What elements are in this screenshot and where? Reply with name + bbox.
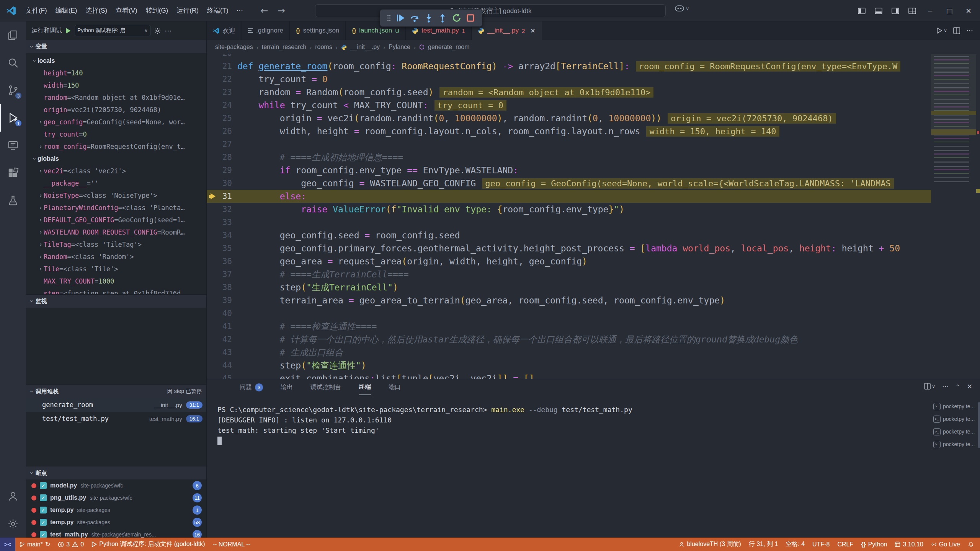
line-number[interactable]: 40 xyxy=(207,309,237,318)
terminal-split-icon[interactable]: ∨ xyxy=(924,383,935,390)
variable-row[interactable]: __package__ = '' xyxy=(26,177,206,189)
close-window-button[interactable]: ✕ xyxy=(960,0,977,21)
line-number[interactable]: 34 xyxy=(207,231,237,240)
breadcrumb-item-generate_room[interactable]: generate_room xyxy=(428,44,470,51)
python-version-item[interactable]: 3.10.10 xyxy=(891,541,927,548)
restart-button[interactable] xyxy=(452,13,461,23)
continue-button[interactable] xyxy=(396,13,405,23)
variable-row[interactable]: origin = vec2i(7205730, 9024468) xyxy=(26,104,206,116)
panel-scrollbar[interactable] xyxy=(978,402,980,448)
panel-maximize-icon[interactable]: ⌃ xyxy=(956,383,960,390)
line-number[interactable]: 21 xyxy=(207,62,237,71)
breadcrumb[interactable]: site-packages›terrain_research›rooms›__i… xyxy=(207,40,980,54)
indentation-item[interactable]: 空格: 4 xyxy=(782,540,808,548)
panel-close-icon[interactable]: ✕ xyxy=(967,383,972,390)
command-center-search[interactable]: [扩展开发宿主] godot-ldtk xyxy=(315,4,666,17)
step-out-button[interactable] xyxy=(438,13,447,23)
line-number[interactable]: 33 xyxy=(207,218,237,227)
variable-row[interactable]: ›geo_config = GeoConfig(seed=None, wor… xyxy=(26,116,206,128)
terminal-output[interactable]: PS C:\computer_science\godot-ldtk\site-p… xyxy=(217,404,903,445)
customize-layout-icon[interactable] xyxy=(905,4,920,17)
breakpoint-row[interactable]: ✓model.pysite-packages\wfc6 xyxy=(26,479,206,492)
start-debug-icon[interactable] xyxy=(65,28,71,34)
tab-.gdignore[interactable]: .gdignore xyxy=(242,21,290,40)
search-icon[interactable] xyxy=(0,49,26,77)
callstack-frame[interactable]: test/test_math.pytest_math.py16:1 xyxy=(26,412,206,425)
notifications-bell-icon[interactable] xyxy=(964,541,980,548)
language-mode-item[interactable]: {} Python xyxy=(857,541,891,548)
code-line-20[interactable]: 20 xyxy=(207,54,931,60)
settings-gear-icon[interactable] xyxy=(0,510,26,538)
code-line-37[interactable]: 37 # ====生成TerrainCell==== xyxy=(207,268,931,281)
callstack-frame[interactable]: generate_room__init__.py31:1 xyxy=(26,398,206,412)
breadcrumb-item-Pylance[interactable]: Pylance xyxy=(389,44,410,51)
toggle-panel-icon[interactable] xyxy=(871,4,886,17)
code-line-33[interactable]: 33 xyxy=(207,216,931,229)
breadcrumb-item-sitepackages[interactable]: site-packages xyxy=(215,44,253,51)
stop-button[interactable] xyxy=(466,13,475,23)
line-number[interactable]: 20 xyxy=(207,54,237,58)
code-line-40[interactable]: 40 xyxy=(207,307,931,320)
cursor-position-item[interactable]: 行 31, 列 1 xyxy=(745,540,782,548)
menu-overflow-button[interactable]: ⋯ xyxy=(233,4,247,17)
terminal-instance-item[interactable]: >_pocketpy te... xyxy=(933,414,978,424)
extensions-icon[interactable] xyxy=(0,159,26,187)
code-line-31[interactable]: 31 else: xyxy=(207,190,931,203)
code-line-45[interactable]: 45 exit_combinations:list[tuple[vec2i, v… xyxy=(207,372,931,379)
panel-tab-调试控制台[interactable]: 调试控制台 xyxy=(310,379,341,395)
breadcrumb-item-rooms[interactable]: rooms xyxy=(315,44,332,51)
code-line-27[interactable]: 27 xyxy=(207,138,931,151)
menu-item-s[interactable]: 选择(S) xyxy=(81,4,111,17)
copilot-menu[interactable]: ∨ xyxy=(675,5,689,12)
breakpoint-checkbox[interactable]: ✓ xyxy=(40,507,47,514)
code-line-23[interactable]: 23 random = Random(room_config.seed)rand… xyxy=(207,86,931,99)
variable-row[interactable]: ›vec2i = <class 'vec2i'> xyxy=(26,165,206,177)
minimap[interactable] xyxy=(931,54,976,379)
step-over-button[interactable] xyxy=(410,13,420,23)
breakpoint-checkbox[interactable]: ✓ xyxy=(40,482,47,489)
remote-indicator[interactable]: >< xyxy=(0,538,15,551)
panel-tab-问题[interactable]: 问题3 xyxy=(240,379,263,395)
eol-item[interactable]: CRLF xyxy=(833,541,857,548)
line-number[interactable]: 26 xyxy=(207,127,237,136)
line-number[interactable]: 32 xyxy=(207,205,237,214)
debug-session-item[interactable]: Python 调试程序: 启动文件 (godot-ldtk) xyxy=(88,540,209,548)
drag-handle-icon[interactable] xyxy=(387,15,391,21)
editor-more-actions[interactable]: ⋯ xyxy=(966,26,973,35)
menu-item-e[interactable]: 编辑(E) xyxy=(51,4,82,17)
gitlens-blame-item[interactable]: blueloveTH (3 周前) xyxy=(675,540,745,548)
line-number[interactable]: 44 xyxy=(207,361,237,370)
source-control-icon[interactable]: 3 xyxy=(0,77,26,104)
toggle-secondary-sidebar-icon[interactable] xyxy=(888,4,903,17)
toggle-sidebar-icon[interactable] xyxy=(854,4,869,17)
code-line-44[interactable]: 44 step("检查连通性") xyxy=(207,359,931,372)
line-number[interactable]: 45 xyxy=(207,374,237,379)
code-line-26[interactable]: 26 width, height = room_config.layout.n_… xyxy=(207,125,931,138)
run-python-file-button[interactable]: ∨ xyxy=(936,28,947,34)
code-line-21[interactable]: 21def generate_room(room_config: RoomReq… xyxy=(207,60,931,73)
variable-row[interactable]: ›room_config = RoomRequestConfig(env_t… xyxy=(26,140,206,153)
line-number[interactable]: 24 xyxy=(207,101,237,110)
callstack-section-header[interactable]: › 调用堆栈 因 step 已暂停 xyxy=(26,385,206,398)
variables-group-globals[interactable]: ›globals xyxy=(26,153,206,165)
line-number[interactable]: 25 xyxy=(207,114,237,123)
variable-row[interactable]: try_count = 0 xyxy=(26,128,206,140)
code-line-30[interactable]: 30 geo_config = WASTELAND_GEO_CONFIGgeo_… xyxy=(207,177,931,190)
tab-[interactable]: 欢迎 xyxy=(207,21,242,40)
breakpoint-row[interactable]: ✓temp.pysite-packages1 xyxy=(26,504,206,516)
variable-row[interactable]: random = <Random object at 0x1bf9d01e… xyxy=(26,91,206,104)
variable-row[interactable]: ›TileTag = <class 'TileTag'> xyxy=(26,238,206,251)
menu-item-f[interactable]: 文件(F) xyxy=(21,4,51,17)
line-number[interactable]: 37 xyxy=(207,270,237,279)
breakpoints-section-header[interactable]: › 断点 xyxy=(26,466,206,479)
line-number[interactable]: 30 xyxy=(207,179,237,188)
terminal-instance-item[interactable]: >_pocketpy te... xyxy=(933,427,978,437)
breakpoint-row[interactable]: ✓png_utils.pysite-packages\wfc11 xyxy=(26,492,206,504)
menu-item-r[interactable]: 运行(R) xyxy=(172,4,203,17)
panel-tab-输出[interactable]: 输出 xyxy=(281,379,293,395)
minimize-button[interactable]: ─ xyxy=(922,0,939,21)
breakpoint-checkbox[interactable]: ✓ xyxy=(40,494,47,501)
maximize-button[interactable]: □ xyxy=(941,0,958,21)
variable-row[interactable]: MAX_TRY_COUNT = 1000 xyxy=(26,275,206,287)
breadcrumb-item-__init__py[interactable]: __init__.py xyxy=(350,44,380,51)
